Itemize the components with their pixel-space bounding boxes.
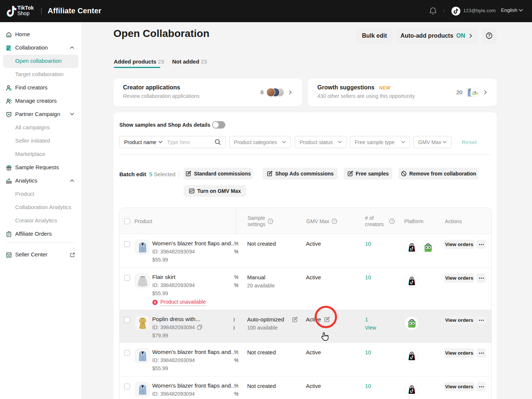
- svg-text:?: ?: [391, 219, 393, 223]
- svg-text:?: ?: [488, 33, 490, 38]
- svg-text:?: ?: [333, 219, 335, 223]
- svg-text:?: ?: [269, 219, 271, 223]
